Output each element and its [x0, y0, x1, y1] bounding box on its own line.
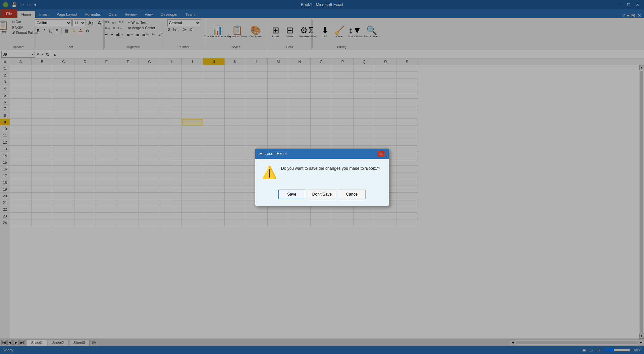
dont-save-btn[interactable]: Don't Save: [308, 190, 336, 199]
dialog-title: Microsoft Excel: [259, 151, 286, 156]
dialog-message: Do you want to save the changes you made…: [281, 165, 380, 171]
warning-icon: ⚠️: [262, 165, 277, 180]
dialog-title-bar: Microsoft Excel ✕: [255, 149, 389, 159]
cancel-btn[interactable]: Cancel: [339, 190, 366, 199]
dialog-close-btn[interactable]: ✕: [377, 151, 385, 157]
save-btn[interactable]: Save: [278, 190, 305, 199]
dialog-body: ⚠️ Do you want to save the changes you m…: [255, 159, 389, 186]
dialog-box: Microsoft Excel ✕ ⚠️ Do you want to save…: [255, 148, 389, 206]
dialog-buttons: Save Don't Save Cancel: [255, 186, 389, 206]
modal-overlay: Microsoft Excel ✕ ⚠️ Do you want to save…: [0, 0, 644, 354]
